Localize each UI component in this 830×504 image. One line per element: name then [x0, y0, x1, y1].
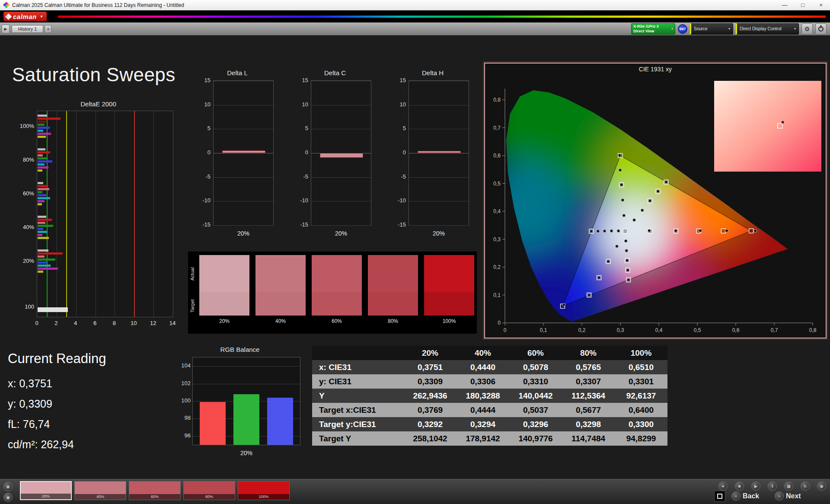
- display-control-button[interactable]: Direct Display Control ▾: [736, 23, 799, 35]
- maximize-button[interactable]: □: [794, 0, 812, 10]
- target-swatch: [255, 292, 306, 316]
- target-axis-label: Target: [190, 294, 195, 318]
- minimize-button[interactable]: —: [776, 0, 794, 10]
- y-tick-label: 100: [19, 303, 34, 310]
- rgb-balance-title: RGB Balance: [175, 346, 305, 353]
- deltae-bar: [38, 191, 42, 193]
- deltae-bar: [38, 148, 45, 150]
- calman-logo-button[interactable]: calman ▾: [3, 12, 47, 21]
- tab-history-1[interactable]: History 1: [12, 25, 43, 33]
- measured-point: [607, 260, 610, 263]
- add-tab-button[interactable]: +: [45, 25, 51, 33]
- source-select-button[interactable]: Source ▾: [690, 23, 733, 35]
- back-button[interactable]: « Back: [731, 491, 759, 501]
- inset-measured-point: [781, 121, 785, 124]
- measured-point: [622, 214, 626, 217]
- header-cell: 60%: [509, 346, 562, 360]
- measured-point: [699, 229, 702, 232]
- swatch-label: 60%: [312, 318, 362, 324]
- value-cell: 0,3292: [404, 417, 456, 431]
- settings-button[interactable]: ⚙: [801, 23, 813, 35]
- measured-point: [562, 303, 565, 306]
- table-row: Target y:CIE310,32920,32940,32960,32980,…: [312, 417, 667, 431]
- target-swatch: [312, 292, 362, 316]
- back-icon: «: [731, 491, 741, 501]
- bottom-swatch-60%[interactable]: 60%: [129, 481, 181, 500]
- y-tick-label: 10: [296, 101, 308, 108]
- red-bar: [200, 402, 226, 445]
- y-tick-label: -10: [394, 197, 406, 204]
- value-cell: 0,3307: [562, 374, 615, 389]
- y-tick-label: 15: [296, 77, 308, 83]
- meter-select-button[interactable]: X-Rite i1Pro 3 Direct View ▾: [631, 23, 675, 35]
- bottom-swatch-80%[interactable]: 80%: [183, 481, 235, 500]
- measured-point: [725, 229, 728, 232]
- bottom-swatch-40%[interactable]: 40%: [74, 481, 126, 500]
- stop-button[interactable]: ■: [735, 482, 744, 491]
- power-button[interactable]: [815, 23, 827, 35]
- value-cell: 0,5765: [562, 360, 615, 374]
- next-icon: »: [775, 491, 784, 501]
- gridline: [214, 153, 273, 153]
- gridline: [193, 366, 300, 367]
- measured-point: [674, 229, 677, 232]
- row-label: Target x:CIE31: [312, 403, 404, 417]
- value-cell: 140,0442: [509, 389, 562, 403]
- rgb-plot: [192, 357, 300, 445]
- pattern-window-button[interactable]: [714, 491, 725, 502]
- y-tick-label: 10: [394, 101, 406, 108]
- camera-button[interactable]: ◉: [3, 482, 13, 491]
- target-button[interactable]: ◉: [817, 482, 826, 491]
- actual-swatch: [368, 255, 418, 292]
- value-cell: 0,3300: [615, 417, 667, 431]
- layers-button[interactable]: ▣: [3, 493, 13, 502]
- delta-bar: [418, 151, 461, 153]
- gridline: [76, 111, 77, 317]
- deltae-bar: [38, 136, 46, 138]
- measured-point: [624, 239, 627, 242]
- grid-button[interactable]: ▦: [784, 482, 793, 491]
- meter-count-badge[interactable]: 997: [678, 24, 687, 34]
- gridline: [409, 105, 469, 105]
- gridline: [311, 177, 371, 178]
- bottom-swatch-100%[interactable]: 100%: [238, 481, 290, 500]
- chevron-down-icon: ▾: [794, 27, 796, 31]
- record-button[interactable]: ●: [718, 482, 728, 491]
- value-cell: 262,9436: [404, 389, 456, 403]
- y-tick-label: 20%: [19, 258, 34, 264]
- y-tick-label: 5: [296, 125, 308, 131]
- gridline: [57, 111, 57, 317]
- x-tick-label: 0,4: [655, 327, 663, 333]
- expand-history-button[interactable]: ▶: [2, 25, 10, 33]
- meter-line2: Direct View: [633, 29, 659, 34]
- play-button[interactable]: ▶: [751, 482, 760, 491]
- y-tick-label: 15: [394, 77, 406, 83]
- comparison-panel: Actual Target 20%40%60%80%100%: [188, 252, 477, 334]
- close-button[interactable]: ×: [812, 0, 830, 10]
- y-tick-label: -5: [198, 173, 211, 180]
- gridline: [409, 129, 469, 129]
- calman-app: Calman 2025 Calman Ultimate for Business…: [0, 0, 830, 504]
- bottom-swatch-20%[interactable]: 20%: [20, 481, 72, 500]
- target-swatch: [368, 292, 418, 316]
- measured-point: [625, 249, 628, 252]
- chevron-down-icon: ▾: [671, 27, 673, 31]
- gridline: [214, 201, 273, 201]
- y-tick-label: -10: [198, 197, 211, 204]
- deltae-bar: [38, 237, 49, 239]
- measured-point: [648, 199, 651, 202]
- deltae-bar: [38, 228, 43, 230]
- next-button[interactable]: » Next: [775, 491, 801, 501]
- actual-swatch: [312, 255, 362, 292]
- pause-button[interactable]: ‖: [768, 482, 777, 491]
- value-cell: 0,6510: [615, 360, 667, 374]
- value-cell: 0,3301: [615, 374, 667, 389]
- swatch-label: 60%: [129, 494, 180, 500]
- swatch-label: 80%: [184, 494, 235, 500]
- gridline: [311, 81, 371, 81]
- measured-point: [615, 245, 618, 248]
- header-cell: [312, 346, 404, 360]
- refresh-button[interactable]: ↻: [801, 482, 810, 491]
- y-tick-label: -10: [296, 197, 308, 204]
- value-cell: 0,3769: [404, 403, 456, 417]
